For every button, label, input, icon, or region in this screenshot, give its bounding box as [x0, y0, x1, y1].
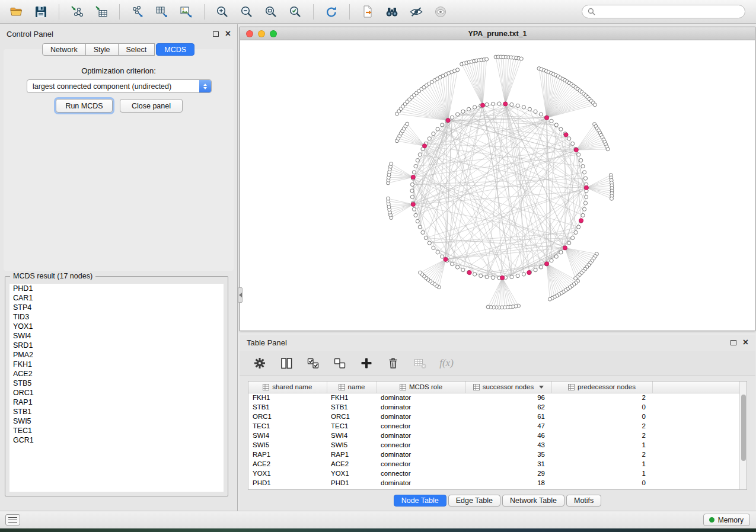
tab-mcds[interactable]: MCDS	[156, 43, 194, 56]
float-panel-icon[interactable]	[731, 340, 736, 345]
table-cell[interactable]: 96	[465, 393, 551, 402]
tab-style[interactable]: Style	[85, 43, 119, 56]
mcds-node-item[interactable]: FKH1	[9, 360, 224, 369]
select-all-icon[interactable]	[305, 355, 321, 371]
table-cell[interactable]: 31	[465, 459, 551, 469]
mcds-node-item[interactable]: RAP1	[9, 398, 224, 407]
table-cell[interactable]: SWI4	[248, 431, 327, 440]
table-cell[interactable]: dominator	[377, 478, 465, 488]
run-mcds-button[interactable]: Run MCDS	[56, 99, 113, 113]
table-cell[interactable]: 18	[465, 478, 551, 488]
tab-node-table[interactable]: Node Table	[394, 495, 446, 507]
column-header-successor-nodes[interactable]: successor nodes	[465, 382, 551, 393]
table-cell[interactable]: TEC1	[327, 421, 377, 431]
zoom-in-icon[interactable]	[212, 2, 233, 21]
eye-icon[interactable]	[430, 2, 451, 21]
column-header-mcds-role[interactable]: MCDS role	[377, 382, 465, 393]
mcds-node-item[interactable]: ACE2	[9, 369, 224, 379]
table-cell[interactable]: 2	[551, 431, 652, 440]
column-header-predecessor-nodes[interactable]: predecessor nodes	[551, 382, 652, 393]
mcds-node-item[interactable]: STB1	[9, 407, 224, 416]
table-row[interactable]: PHD1PHD1dominator180	[248, 478, 740, 488]
mcds-node-item[interactable]: SRD1	[9, 341, 224, 350]
refresh-icon[interactable]	[321, 2, 342, 21]
table-cell[interactable]: 1	[551, 440, 652, 450]
column-header-shared-name[interactable]: shared name	[248, 382, 327, 393]
table-cell[interactable]: 47	[465, 421, 551, 431]
table-cell[interactable]: RAP1	[248, 450, 327, 459]
table-cell[interactable]: 2	[551, 421, 652, 431]
binoculars-icon[interactable]	[381, 2, 403, 21]
mcds-node-item[interactable]: CAR1	[9, 293, 224, 303]
mcds-node-item[interactable]: SWI5	[9, 416, 224, 426]
mcds-node-item[interactable]: ORC1	[9, 388, 224, 398]
mcds-node-item[interactable]: PMA2	[9, 350, 224, 360]
table-cell[interactable]: 1	[551, 469, 652, 478]
search-input[interactable]	[599, 8, 739, 16]
delete-column-icon[interactable]	[385, 355, 401, 371]
close-panel-icon[interactable]: ×	[743, 338, 748, 347]
table-cell[interactable]: PHD1	[327, 478, 377, 488]
table-cell[interactable]: connector	[377, 440, 465, 450]
export-image-icon[interactable]	[176, 2, 197, 21]
window-zoom-button[interactable]	[270, 30, 277, 37]
export-network-icon[interactable]	[127, 2, 148, 21]
table-cell[interactable]: YOX1	[327, 469, 377, 478]
table-row[interactable]: SWI5SWI5connector431	[248, 440, 740, 450]
mcds-node-item[interactable]: STP4	[9, 303, 224, 312]
column-header-name[interactable]: name	[327, 382, 377, 393]
zoom-out-icon[interactable]	[236, 2, 257, 21]
zoom-fit-icon[interactable]	[260, 2, 282, 21]
import-network-icon[interactable]	[66, 2, 88, 21]
table-cell[interactable]: PHD1	[248, 478, 327, 488]
tab-network[interactable]: Network	[42, 43, 86, 56]
table-row[interactable]: FKH1FKH1dominator962	[248, 393, 740, 402]
table-cell[interactable]: YOX1	[248, 469, 327, 478]
function-builder-button[interactable]: f(x)	[438, 355, 455, 371]
table-cell[interactable]: RAP1	[327, 450, 377, 459]
scrollbar-thumb[interactable]	[741, 395, 746, 461]
table-cell[interactable]: dominator	[377, 431, 465, 440]
table-settings-gear-icon[interactable]	[251, 355, 268, 371]
table-cell[interactable]: 1	[551, 459, 652, 469]
table-cell[interactable]: FKH1	[248, 393, 327, 402]
import-table-icon[interactable]	[91, 2, 112, 21]
memory-button[interactable]: Memory	[703, 514, 750, 526]
table-cell[interactable]: 35	[465, 450, 551, 459]
table-cell[interactable]: STB1	[327, 402, 377, 412]
table-cell[interactable]: 46	[465, 431, 551, 440]
table-row[interactable]: YOX1YOX1connector291	[248, 469, 740, 478]
table-cell[interactable]: 0	[551, 402, 652, 412]
eye-slash-icon[interactable]	[406, 2, 427, 21]
criterion-dropdown[interactable]: largest connected component (undirected)	[27, 79, 212, 93]
table-cell[interactable]: 43	[465, 440, 551, 450]
table-cell[interactable]: TEC1	[248, 421, 327, 431]
mcds-node-item[interactable]: TID3	[9, 312, 224, 322]
table-cell[interactable]: ORC1	[327, 412, 377, 421]
table-cell[interactable]: connector	[377, 469, 465, 478]
table-cell[interactable]: SWI5	[327, 440, 377, 450]
mcds-node-item[interactable]: YOX1	[9, 322, 224, 331]
zoom-selected-icon[interactable]	[285, 2, 306, 21]
float-panel-icon[interactable]	[213, 31, 219, 37]
table-cell[interactable]: 2	[551, 393, 652, 402]
table-cell[interactable]: SWI4	[327, 431, 377, 440]
table-cell[interactable]: connector	[377, 421, 465, 431]
table-row[interactable]: SWI4SWI4dominator462	[248, 431, 740, 440]
table-cell[interactable]: SWI5	[248, 440, 327, 450]
tab-network-table[interactable]: Network Table	[502, 495, 564, 507]
window-close-button[interactable]	[246, 30, 253, 37]
share-document-icon[interactable]	[357, 2, 378, 21]
window-minimize-button[interactable]	[258, 30, 265, 37]
table-cell[interactable]: 61	[465, 412, 551, 421]
save-session-icon[interactable]	[30, 2, 52, 21]
table-cell[interactable]: ACE2	[327, 459, 377, 469]
add-column-icon[interactable]	[358, 355, 375, 371]
mcds-node-item[interactable]: STB5	[9, 379, 224, 388]
panel-collapse-handle[interactable]	[238, 287, 243, 303]
table-row[interactable]: ORC1ORC1dominator610	[248, 412, 740, 421]
panel-menu-icon[interactable]	[5, 514, 20, 525]
table-cell[interactable]: ORC1	[248, 412, 327, 421]
table-cell[interactable]: connector	[377, 459, 465, 469]
table-cell[interactable]: FKH1	[327, 393, 377, 402]
